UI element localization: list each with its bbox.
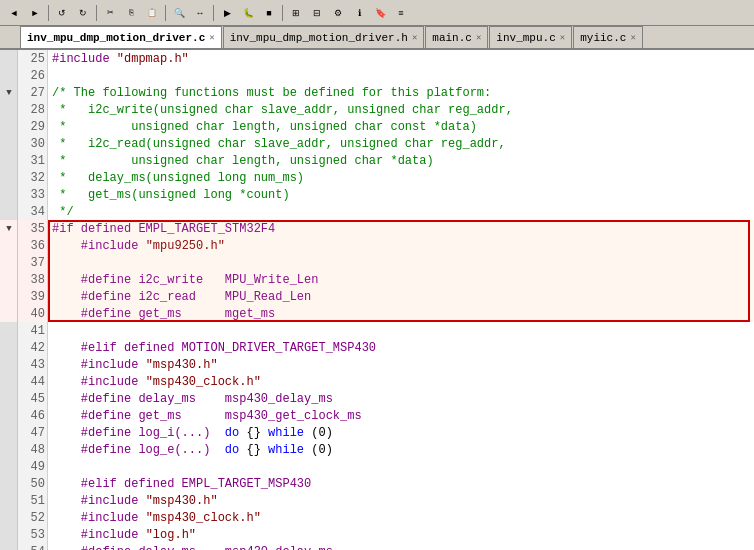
gutter-cell[interactable]: ▼	[0, 220, 18, 237]
code-line[interactable]	[48, 458, 754, 475]
gutter-cell	[0, 135, 18, 152]
line-number: 36	[18, 237, 48, 254]
code-line[interactable]: #define get_ms msp430_get_clock_ms	[48, 407, 754, 424]
code-line[interactable]: * i2c_read(unsigned char slave_addr, uns…	[48, 135, 754, 152]
code-line[interactable]: #define delay_ms msp430_delay_ms	[48, 543, 754, 550]
tab-close-icon[interactable]: ✕	[476, 32, 481, 43]
code-token: * get_ms(unsigned long *count)	[52, 188, 290, 202]
code-line[interactable]: #define i2c_write MPU_Write_Len	[48, 271, 754, 288]
tab-close-icon[interactable]: ✕	[209, 32, 214, 43]
code-token: #include	[52, 528, 146, 542]
code-line[interactable]: #include "msp430.h"	[48, 356, 754, 373]
tab-main-c[interactable]: main.c ✕	[425, 26, 488, 48]
toolbar-btn-build[interactable]: ▶	[217, 4, 237, 22]
gutter-cell[interactable]: ▼	[0, 84, 18, 101]
code-line[interactable]	[48, 322, 754, 339]
tab-label: inv_mpu.c	[496, 32, 555, 44]
code-line[interactable]: */	[48, 203, 754, 220]
code-line[interactable]: #include "msp430_clock.h"	[48, 373, 754, 390]
line-number: 38	[18, 271, 48, 288]
code-line[interactable]	[48, 254, 754, 271]
gutter-cell	[0, 543, 18, 550]
code-line[interactable]: #define delay_ms msp430_delay_ms	[48, 390, 754, 407]
line-number: 47	[18, 424, 48, 441]
toolbar-btn-copy[interactable]: ⎘	[121, 4, 141, 22]
gutter-cell	[0, 118, 18, 135]
code-token: #elif defined MOTION_DRIVER_TARGET_MSP43…	[52, 341, 376, 355]
code-line[interactable]: * unsigned char length, unsigned char *d…	[48, 152, 754, 169]
line-number: 48	[18, 441, 48, 458]
code-line[interactable]	[48, 67, 754, 84]
toolbar-btn-collapse[interactable]: ⊟	[307, 4, 327, 22]
tab-close-icon[interactable]: ✕	[412, 32, 417, 43]
code-token: {}	[239, 443, 268, 457]
code-line[interactable]: #define get_ms mget_ms	[48, 305, 754, 322]
code-token: while	[268, 443, 304, 457]
toolbar-btn-search[interactable]: 🔍	[169, 4, 189, 22]
tab-inv-mpu-dmp-motion-driver-h[interactable]: inv_mpu_dmp_motion_driver.h ✕	[223, 26, 425, 48]
line-number: 26	[18, 67, 48, 84]
toolbar-btn-bookmark[interactable]: 🔖	[370, 4, 390, 22]
code-line[interactable]: * delay_ms(unsigned long num_ms)	[48, 169, 754, 186]
toolbar-btn-stop[interactable]: ■	[259, 4, 279, 22]
toolbar-btn-forward[interactable]: ►	[25, 4, 45, 22]
code-line[interactable]: #include "dmpmap.h"	[48, 50, 754, 67]
toolbar-btn-debug[interactable]: 🐛	[238, 4, 258, 22]
toolbar-btn-undo[interactable]: ↺	[52, 4, 72, 22]
line-number: 30	[18, 135, 48, 152]
code-line[interactable]: #if defined EMPL_TARGET_STM32F4	[48, 220, 754, 237]
line-number: 44	[18, 373, 48, 390]
gutter-cell	[0, 322, 18, 339]
tab-inv-mpu-dmp-motion-driver-c[interactable]: inv_mpu_dmp_motion_driver.c ✕	[20, 26, 222, 48]
code-line[interactable]: #include "msp430_clock.h"	[48, 509, 754, 526]
toolbar-btn-info[interactable]: ℹ	[349, 4, 369, 22]
line-number: 45	[18, 390, 48, 407]
code-line[interactable]: #define i2c_read MPU_Read_Len	[48, 288, 754, 305]
code-line[interactable]: #define log_i(...) do {} while (0)	[48, 424, 754, 441]
line-number: 52	[18, 509, 48, 526]
toolbar-btn-settings[interactable]: ⚙	[328, 4, 348, 22]
code-line[interactable]: #include "mpu9250.h"	[48, 237, 754, 254]
code-line[interactable]: #elif defined MOTION_DRIVER_TARGET_MSP43…	[48, 339, 754, 356]
gutter-cell	[0, 237, 18, 254]
code-line[interactable]: /* The following functions must be defin…	[48, 84, 754, 101]
code-token: "mpu9250.h"	[146, 239, 225, 253]
code-col[interactable]: #include "dmpmap.h"/* The following func…	[48, 50, 754, 550]
toolbar-btn-grid[interactable]: ⊞	[286, 4, 306, 22]
code-line[interactable]: * get_ms(unsigned long *count)	[48, 186, 754, 203]
code-token: "msp430_clock.h"	[146, 375, 261, 389]
code-token: #include	[52, 358, 146, 372]
code-token: * unsigned char length, unsigned char *d…	[52, 154, 434, 168]
code-token: "log.h"	[146, 528, 196, 542]
code-line[interactable]: * unsigned char length, unsigned char co…	[48, 118, 754, 135]
line-number: 28	[18, 101, 48, 118]
toolbar-sep-3	[165, 5, 166, 21]
toolbar-btn-paste[interactable]: 📋	[142, 4, 162, 22]
toolbar-btn-replace[interactable]: ↔	[190, 4, 210, 22]
code-token: do	[225, 443, 239, 457]
code-line[interactable]: #elif defined EMPL_TARGET_MSP430	[48, 475, 754, 492]
code-line[interactable]: * i2c_write(unsigned char slave_addr, un…	[48, 101, 754, 118]
tab-inv-mpu-c[interactable]: inv_mpu.c ✕	[489, 26, 572, 48]
code-token: while	[268, 426, 304, 440]
gutter-cell	[0, 424, 18, 441]
code-line[interactable]: #define log_e(...) do {} while (0)	[48, 441, 754, 458]
code-line[interactable]: #include "msp430.h"	[48, 492, 754, 509]
toolbar-btn-cut[interactable]: ✂	[100, 4, 120, 22]
line-number: 31	[18, 152, 48, 169]
code-token: #include	[52, 239, 146, 253]
tab-close-icon[interactable]: ✕	[560, 32, 565, 43]
toolbar-btn-redo[interactable]: ↻	[73, 4, 93, 22]
gutter-cell	[0, 475, 18, 492]
tab-myiic-c[interactable]: myiic.c ✕	[573, 26, 643, 48]
tab-close-icon[interactable]: ✕	[630, 32, 635, 43]
gutter-cell	[0, 169, 18, 186]
toolbar-sep-2	[96, 5, 97, 21]
editor-area: ▼▼ 2526272829303132333435363738394041424…	[0, 50, 754, 550]
toolbar-btn-format[interactable]: ≡	[391, 4, 411, 22]
line-number: 46	[18, 407, 48, 424]
code-line[interactable]: #include "log.h"	[48, 526, 754, 543]
code-token: do	[225, 426, 239, 440]
toolbar-btn-back[interactable]: ◄	[4, 4, 24, 22]
line-numbers-col: 2526272829303132333435363738394041424344…	[18, 50, 48, 550]
